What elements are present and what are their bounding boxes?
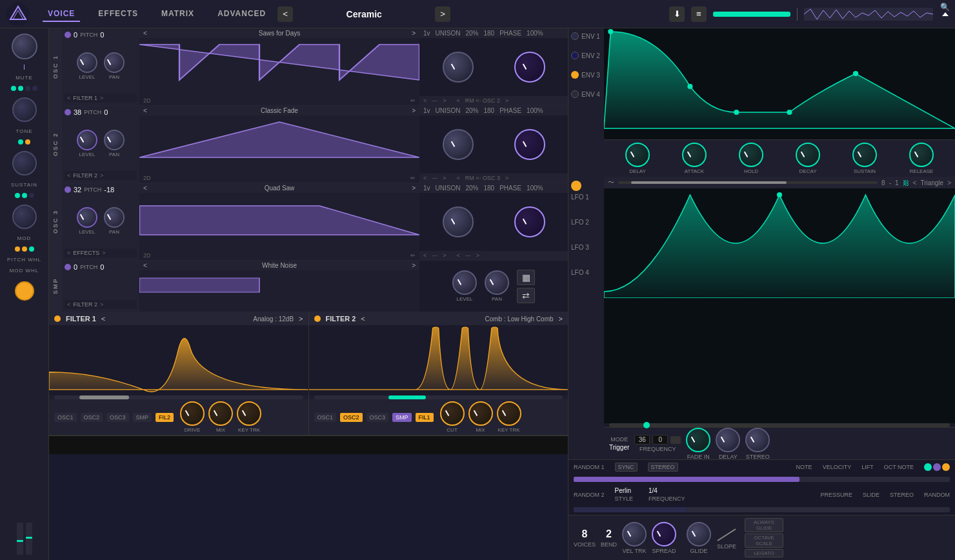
env-release-knob[interactable] <box>909 143 934 167</box>
f1-osc3-btn[interactable]: OSC3 <box>106 413 129 422</box>
lfo-rate: 8 <box>881 179 885 186</box>
svg-point-8 <box>687 84 692 89</box>
master-knob[interactable] <box>12 34 37 59</box>
tab-voice[interactable]: VOICE <box>43 6 80 22</box>
f2-osc1-btn[interactable]: OSC1 <box>314 413 337 422</box>
env-delay-knob[interactable] <box>625 143 650 167</box>
f2-fil1-btn[interactable]: FIL1 <box>416 413 434 422</box>
lfo-stereo-knob[interactable] <box>745 428 770 452</box>
preset-next-button[interactable]: > <box>435 6 450 22</box>
osc1-pan-knob[interactable] <box>104 52 125 73</box>
env2-label[interactable]: ENV 2 <box>571 52 601 59</box>
f2-cut-knob[interactable] <box>440 401 465 426</box>
osc1-unison-knob[interactable] <box>443 52 474 83</box>
f2-mix-knob[interactable] <box>468 401 493 426</box>
osc2-active-dot[interactable] <box>65 109 71 115</box>
mod-knob[interactable] <box>12 205 37 229</box>
lfo-position-slider[interactable] <box>609 423 950 427</box>
osc2-filter-label: FILTER 2 <box>73 172 97 179</box>
f2-keytrk-knob[interactable] <box>497 401 521 426</box>
spread-knob[interactable] <box>652 522 676 546</box>
osc1-edit-icon[interactable]: ✏ <box>410 97 416 104</box>
lfo-main: 〜 8 - 1 ⛓ < Triangle > <box>604 177 955 459</box>
osc3-unison-knob[interactable] <box>443 206 474 237</box>
preset-name: Ceramic <box>299 9 428 19</box>
svg-point-7 <box>608 29 613 34</box>
sample-load-icon[interactable]: ▦ <box>517 270 535 285</box>
tab-matrix[interactable]: MATRIX <box>156 6 199 22</box>
smp-level-knob[interactable] <box>452 270 477 295</box>
always-glide-btn[interactable]: ALWAYS GLIDE <box>745 518 783 532</box>
r1-stereo-btn[interactable]: STEREO <box>648 463 678 472</box>
f1-keytrk-knob[interactable] <box>237 401 261 426</box>
lfo-fadein-knob[interactable] <box>686 428 710 452</box>
env-sidebar: ENV 1 ENV 2 ENV 3 ENV 4 <box>568 28 604 177</box>
f2-osc3-btn[interactable]: OSC3 <box>367 413 389 422</box>
env-hold-knob[interactable] <box>739 143 763 167</box>
save-button[interactable]: ⬇ <box>669 6 685 22</box>
f1-drive-knob[interactable] <box>180 401 205 426</box>
osc3-phase-knob[interactable] <box>514 206 545 237</box>
octave-scale-btn[interactable]: OCTAVE SCALE <box>745 534 783 548</box>
osc3-pan-knob[interactable] <box>104 207 125 228</box>
sustain-knob[interactable] <box>12 151 37 175</box>
osc2-unison-knob[interactable] <box>443 129 474 160</box>
tab-effects[interactable]: EFFECTS <box>93 6 143 22</box>
voice-section: 8 VOICES 2 BEND VEL TRK SPREAD GLIDE <box>568 515 955 560</box>
lfo-freq-left[interactable]: 36 <box>634 435 650 445</box>
mute-label: MUTE <box>15 75 33 81</box>
preset-prev-button[interactable]: < <box>277 6 293 22</box>
left-strip: MUTE TONE SUSTAIN MOD PITCH WHL MOD WHL <box>0 28 49 560</box>
f1-fil2-btn[interactable]: FIL2 <box>156 413 174 422</box>
env-sustain-knob[interactable] <box>852 143 877 167</box>
f1-smp-btn[interactable]: SMP <box>133 413 152 422</box>
lfo1-label[interactable]: LFO 1 <box>571 194 601 201</box>
menu-button[interactable]: ≡ <box>691 6 707 22</box>
smp-active-dot[interactable] <box>65 264 71 270</box>
r1-sync-btn[interactable]: SYNC <box>615 463 638 472</box>
osc2-controls: 38 PITCH 0 LEVEL PAN < FILTER <box>62 106 139 183</box>
osc3-wave-name: Quad Saw <box>265 185 295 192</box>
lfo4-label[interactable]: LFO 4 <box>571 269 601 276</box>
env4-label[interactable]: ENV 4 <box>571 90 601 98</box>
lfo3-label[interactable]: LFO 3 <box>571 244 601 251</box>
svg-marker-2 <box>139 45 419 80</box>
glide-knob[interactable] <box>687 522 711 546</box>
env-decay-knob[interactable] <box>796 143 820 167</box>
osc1-phase-knob[interactable] <box>514 52 545 83</box>
osc2-pan-knob[interactable] <box>104 130 125 150</box>
f2-osc2-btn[interactable]: OSC2 <box>340 413 363 422</box>
f1-osc2-btn[interactable]: OSC2 <box>81 413 103 422</box>
osc1-level-knob[interactable] <box>77 52 97 73</box>
osc1-active-dot[interactable] <box>65 32 71 38</box>
osc1-wave-prev[interactable]: < <box>143 30 147 37</box>
env1-label[interactable]: ENV 1 <box>571 32 601 40</box>
osc2-level-knob[interactable] <box>77 130 97 150</box>
env-attack-knob[interactable] <box>682 143 707 167</box>
lfo-freq-icon[interactable] <box>670 436 681 444</box>
osc3-level-knob[interactable] <box>77 207 97 228</box>
tab-advanced[interactable]: ADVANCED <box>212 6 271 22</box>
env3-label[interactable]: ENV 3 <box>571 71 601 79</box>
lfo1-dot[interactable] <box>571 181 581 191</box>
legato-btn[interactable]: LEGATO <box>745 549 783 557</box>
f2-smp-btn[interactable]: SMP <box>392 413 412 422</box>
osc2-phase-knob[interactable] <box>514 129 545 160</box>
bottom-circle[interactable] <box>15 281 34 301</box>
vel-trk-knob[interactable] <box>622 522 647 546</box>
osc2-row: OSC 2 38 PITCH 0 LEVEL PAN <box>49 106 568 183</box>
lfo-stereo-label: STEREO <box>746 454 770 460</box>
smp-pan-knob[interactable] <box>485 270 509 295</box>
sample-shuffle-icon[interactable]: ⇄ <box>517 288 535 303</box>
lfo-delay-knob[interactable] <box>716 428 740 452</box>
osc3-active-dot[interactable] <box>65 186 71 193</box>
osc1-wave-next[interactable]: > <box>412 30 416 37</box>
smp-row: SMP 0 PITCH 0 < FILTER 2 > < White Noise <box>49 261 568 312</box>
lfo-freq-right[interactable]: 0 <box>652 435 668 445</box>
lfo2-label[interactable]: LFO 2 <box>571 219 601 226</box>
bend-label: BEND <box>601 541 617 548</box>
tone-knob[interactable] <box>12 97 37 122</box>
f1-osc1-btn[interactable]: OSC1 <box>54 413 77 422</box>
f1-mix-knob[interactable] <box>208 401 233 426</box>
env-search-icon[interactable]: 🔍 <box>940 3 950 12</box>
